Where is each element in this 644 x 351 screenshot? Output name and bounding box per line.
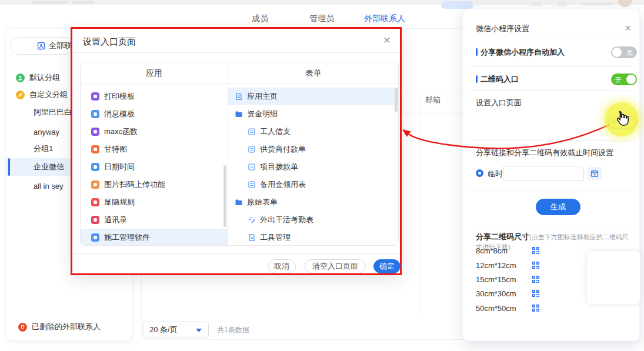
calendar-button[interactable] [588, 167, 602, 180]
pen-icon [16, 91, 25, 99]
form-item-label: 供货商付款单 [260, 144, 306, 155]
divider [471, 66, 632, 67]
close-icon[interactable]: × [625, 22, 631, 34]
qr-download-icon[interactable] [532, 261, 540, 269]
generate-button[interactable]: 生成 [536, 199, 580, 215]
folder-icon [235, 110, 243, 118]
form-item[interactable]: 备用金领用表 [228, 176, 399, 193]
app-item[interactable]: 打印模板 [81, 88, 228, 105]
temporary-radio[interactable] [476, 169, 483, 177]
toggle-state-label: 开 [615, 76, 622, 85]
selected-indicator [8, 158, 10, 176]
divider [471, 35, 632, 35]
page-icon [248, 233, 256, 242]
app-icon [91, 233, 99, 242]
form-icon [248, 180, 256, 189]
form-item[interactable]: 工人借支 [228, 123, 399, 141]
app-icon [91, 145, 99, 153]
qr-size-label: 50cm*50cm [476, 304, 516, 313]
auto-join-label: 分享微信小程序自动加入 [481, 47, 565, 58]
qr-download-icon[interactable] [532, 275, 540, 283]
divider [471, 90, 632, 91]
section-marker [476, 48, 478, 56]
app-item-selected[interactable]: 施工管理软件 [81, 229, 228, 246]
page-size-value: 20 条/页 [149, 325, 178, 335]
sidebar-item-label: 分组1 [34, 143, 53, 154]
app-icon [91, 216, 99, 224]
qr-size-label: 30cm*30cm [476, 289, 516, 298]
tab-external-contacts[interactable]: 外部联系人 [364, 14, 405, 24]
qr-size-row: 30cm*30cm [476, 288, 516, 299]
expiry-date-input[interactable] [503, 166, 584, 181]
deleted-contacts-label: 已删除的外部联系人 [32, 322, 101, 332]
sidebar-item-label: anyway [34, 128, 59, 136]
form-item[interactable]: 外出干活考勤表 [228, 211, 399, 229]
sidebar-item-label: 企业微信 [34, 162, 64, 172]
deleted-contacts-item[interactable]: 已删除的外部联系人 [6, 318, 131, 336]
form-icon [248, 163, 256, 171]
entry-page-picker: 应用 表单 打印模板 消息模板 maxc函数 甘特图 [80, 62, 399, 246]
screen: 成员 管理员 外部联系人 邮箱 20 条/页 共1条数据 全部联 [0, 0, 644, 351]
sidebar-item-label: 自定义分组 [29, 89, 68, 100]
qr-download-icon[interactable] [532, 304, 540, 312]
top-bar-fragment [532, 1, 542, 6]
tab-members[interactable]: 成员 [252, 14, 268, 24]
all-contacts-label: 全部联 [49, 41, 72, 51]
top-strip-mark [72, 1, 94, 4]
page-icon [235, 92, 243, 101]
trash-icon [18, 323, 27, 332]
form-item-selected[interactable]: 应用主页 [228, 88, 399, 105]
app-item[interactable]: maxc函数 [81, 123, 228, 141]
app-item[interactable]: 甘特图 [81, 141, 228, 158]
form-icon [248, 128, 256, 136]
qr-size-label: 12cm*12cm [476, 261, 516, 270]
qr-download-icon[interactable] [532, 246, 540, 255]
form-list-scrollbar[interactable] [395, 88, 398, 112]
qr-size-row: 12cm*12cm [476, 259, 516, 271]
app-icon [91, 163, 99, 171]
app-icon [91, 128, 99, 136]
dialog-title: 设置入口页面 [83, 36, 136, 48]
qrcode-entry-toggle[interactable]: 开 [611, 73, 637, 85]
divider [471, 140, 632, 141]
tab-admins[interactable]: 管理员 [309, 14, 334, 24]
all-contacts-button[interactable]: 全部联 [10, 37, 75, 55]
table-column-divider [421, 92, 421, 315]
app-item[interactable]: 图片扫码上传功能 [81, 176, 228, 193]
form-item[interactable]: 供货商付款单 [228, 141, 399, 158]
section-marker [476, 75, 478, 83]
sidebar-item-label: all in sey [34, 182, 64, 190]
form-item[interactable]: 工具管理 [228, 229, 399, 246]
qr-size-title: 分享二维码尺寸 [476, 232, 529, 241]
app-icon [91, 110, 99, 118]
app-item[interactable]: 通讯录 [81, 211, 228, 229]
qr-download-icon[interactable] [532, 289, 540, 297]
share-expiry-title: 分享链接和分享二维码有效截止时间设置 [476, 148, 613, 158]
qr-size-row: 50cm*50cm [476, 302, 516, 314]
auto-join-toggle[interactable]: 关 [611, 46, 637, 58]
app-icon [91, 180, 99, 189]
app-item-label: 图片扫码上传功能 [104, 179, 165, 190]
form-folder[interactable]: 资金明细 [228, 105, 399, 123]
qrcode-entry-label: 二维码入口 [481, 74, 519, 85]
user-icon [16, 73, 25, 82]
form-item[interactable]: 项目拨款单 [228, 158, 399, 176]
app-item[interactable]: 日期时间 [81, 158, 228, 176]
page-size-select[interactable]: 20 条/页 [143, 322, 209, 337]
column-header-app: 应用 [81, 62, 228, 83]
app-item[interactable]: 消息模板 [81, 105, 228, 123]
app-list-scrollbar[interactable] [223, 165, 226, 227]
close-icon[interactable]: × [383, 34, 391, 46]
app-item-label: 日期时间 [104, 162, 135, 172]
clear-entry-page-button[interactable]: 清空入口页面 [305, 259, 366, 273]
form-folder[interactable]: 原始表单 [228, 193, 399, 211]
qr-size-row: 8cm*8cm [476, 245, 508, 256]
qr-preview-placeholder [587, 251, 640, 304]
app-item-label: 消息模板 [104, 109, 135, 119]
hidden-button-fragment [441, 1, 473, 9]
app-list: 打印模板 消息模板 maxc函数 甘特图 日期时间 图片扫码上传功能 [81, 88, 228, 246]
cancel-button[interactable]: 取消 [268, 259, 296, 273]
confirm-button[interactable]: 确定 [373, 259, 401, 273]
app-item[interactable]: 显隐规则 [81, 193, 228, 211]
toggle-knob [626, 75, 636, 84]
